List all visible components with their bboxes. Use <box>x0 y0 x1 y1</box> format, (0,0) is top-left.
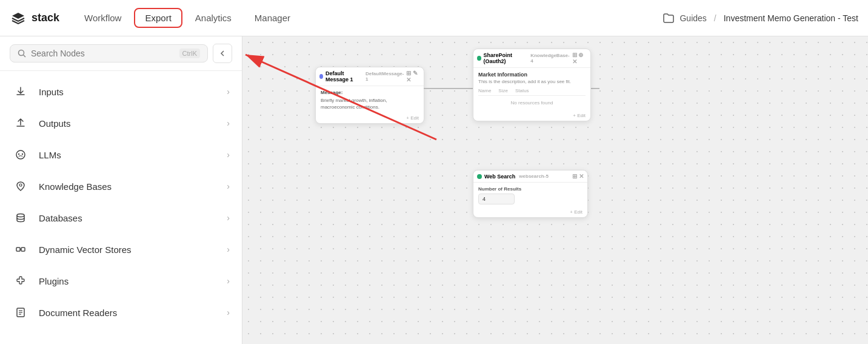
main-layout: CtrlK Inputs › <box>0 36 868 344</box>
inputs-label: Inputs <box>39 87 227 97</box>
app-header: stack Workflow Export Analytics Manager … <box>0 0 868 36</box>
outputs-icon <box>12 115 29 132</box>
search-icon <box>18 49 26 58</box>
databases-icon <box>12 209 29 226</box>
node-header-web-search: Web Search websearch-5 ⊞ ✕ <box>473 170 587 183</box>
node-title-web-search: Web Search <box>484 174 515 180</box>
svg-point-3 <box>18 153 19 155</box>
sidebar-item-dynamic-vector-stores[interactable]: Dynamic Vector Stores › <box>0 234 242 265</box>
sharepoint-section-desc: This is the description, add it as you s… <box>478 79 586 84</box>
node-dot <box>319 74 323 79</box>
node-badge-default-message: DefaultMessage-1 <box>366 71 404 82</box>
stack-logo-icon <box>10 10 27 27</box>
sidebar-item-plugins[interactable]: Plugins › <box>0 265 242 297</box>
knowledge-bases-label: Knowledge Bases <box>39 181 227 192</box>
sidebar-item-knowledge-bases[interactable]: Knowledge Bases › <box>0 170 242 202</box>
dynamic-vector-stores-arrow: › <box>227 245 230 254</box>
logo-area: stack <box>10 10 59 27</box>
inputs-arrow: › <box>227 87 230 96</box>
outputs-arrow: › <box>227 118 230 128</box>
plugins-label: Plugins <box>39 276 227 286</box>
logo-text: stack <box>32 12 59 24</box>
tab-export[interactable]: Export <box>134 8 182 28</box>
node-badge-web-search: websearch-5 <box>519 174 548 179</box>
breadcrumb-area: Guides / Investment Memo Generation - Te… <box>663 12 858 24</box>
node-body-sharepoint: Market Information This is the descripti… <box>473 68 590 112</box>
node-actions-default-message: ⊞ ✎ ✕ <box>406 70 420 83</box>
node-actions-sharepoint: ⊞ ⊕ ✕ <box>572 52 587 65</box>
knowledge-bases-icon <box>12 178 29 195</box>
tab-workflow[interactable]: Workflow <box>74 8 132 27</box>
databases-label: Databases <box>39 213 227 223</box>
databases-arrow: › <box>227 213 230 223</box>
node-footer-web-search[interactable]: + Edit <box>473 208 587 217</box>
node-dot-web-search <box>477 174 482 179</box>
node-footer-sharepoint[interactable]: + Edit <box>473 112 590 121</box>
node-body-text: Briefly market growth, inflation, macroe… <box>321 97 419 110</box>
tab-analytics[interactable]: Analytics <box>185 8 242 27</box>
search-bar: CtrlK <box>0 36 242 71</box>
svg-point-2 <box>16 150 25 159</box>
sidebar-item-outputs[interactable]: Outputs › <box>0 107 242 139</box>
node-sharepoint[interactable]: SharePoint (Oauth2) KnowledgeBase-4 ⊞ ⊕ … <box>473 49 591 121</box>
svg-point-5 <box>19 184 22 186</box>
svg-rect-8 <box>21 248 25 251</box>
node-body-default-message: Message: Briefly market growth, inflatio… <box>316 86 424 114</box>
node-header-sharepoint: SharePoint (Oauth2) KnowledgeBase-4 ⊞ ⊕ … <box>473 49 590 68</box>
breadcrumb-separator: / <box>714 13 716 23</box>
canvas-area[interactable]: Default Message 1 DefaultMessage-1 ⊞ ✎ ✕… <box>242 36 868 344</box>
knowledge-bases-arrow: › <box>227 181 230 191</box>
search-input[interactable] <box>31 49 175 58</box>
node-title-default-message: Default Message 1 <box>326 70 362 83</box>
llms-arrow: › <box>227 150 230 160</box>
sharepoint-empty: No resources found <box>478 98 586 108</box>
svg-point-4 <box>22 153 23 155</box>
node-footer-default-message[interactable]: + Edit <box>316 114 424 123</box>
node-default-message-1[interactable]: Default Message 1 DefaultMessage-1 ⊞ ✎ ✕… <box>315 67 424 124</box>
llms-icon <box>12 146 29 163</box>
plugins-icon <box>12 272 29 289</box>
folder-icon <box>663 12 675 24</box>
collapse-sidebar-button[interactable] <box>213 44 232 63</box>
plugins-arrow: › <box>227 276 230 286</box>
svg-line-1 <box>24 55 26 58</box>
node-title-sharepoint: SharePoint (Oauth2) <box>484 52 527 64</box>
document-readers-label: Document Readers <box>39 308 227 318</box>
dynamic-vector-stores-label: Dynamic Vector Stores <box>39 245 227 255</box>
svg-point-6 <box>17 214 24 217</box>
node-badge-sharepoint: KnowledgeBase-4 <box>530 53 569 64</box>
svg-point-0 <box>19 50 24 56</box>
sharepoint-section-title: Market Information <box>478 72 586 78</box>
collapse-icon <box>218 49 227 58</box>
breadcrumb-parent: Guides <box>679 13 706 23</box>
sidebar: CtrlK Inputs › <box>0 36 242 344</box>
svg-rect-7 <box>16 248 20 251</box>
sidebar-item-llms[interactable]: LLMs › <box>0 139 242 170</box>
inputs-icon <box>12 83 29 100</box>
web-search-field-value[interactable]: 4 <box>478 194 515 204</box>
node-dot-sharepoint <box>477 56 481 61</box>
node-body-web-search: Number of Results 4 <box>473 183 587 208</box>
node-actions-web-search: ⊞ ✕ <box>572 173 584 180</box>
sidebar-nav: Inputs › Outputs › <box>0 71 242 344</box>
search-shortcut: CtrlK <box>179 49 200 58</box>
sidebar-item-databases[interactable]: Databases › <box>0 202 242 234</box>
sharepoint-table-header: Name Size Status <box>478 88 586 96</box>
tab-manager[interactable]: Manager <box>244 8 301 27</box>
llms-label: LLMs <box>39 150 227 160</box>
main-nav: Workflow Export Analytics Manager <box>74 8 301 28</box>
breadcrumb-current: Investment Memo Generation - Test <box>724 13 858 23</box>
sidebar-item-document-readers[interactable]: Document Readers › <box>0 297 242 328</box>
search-input-wrap[interactable]: CtrlK <box>10 44 208 62</box>
node-body-label: Message: <box>321 90 419 95</box>
web-search-field-label: Number of Results <box>478 186 583 192</box>
document-readers-arrow: › <box>227 308 230 317</box>
dynamic-vector-stores-icon <box>12 241 29 258</box>
outputs-label: Outputs <box>39 118 227 129</box>
node-web-search[interactable]: Web Search websearch-5 ⊞ ✕ Number of Res… <box>473 170 588 218</box>
sidebar-item-inputs[interactable]: Inputs › <box>0 76 242 107</box>
document-readers-icon <box>12 304 29 321</box>
node-header-default-message: Default Message 1 DefaultMessage-1 ⊞ ✎ ✕ <box>316 67 424 86</box>
